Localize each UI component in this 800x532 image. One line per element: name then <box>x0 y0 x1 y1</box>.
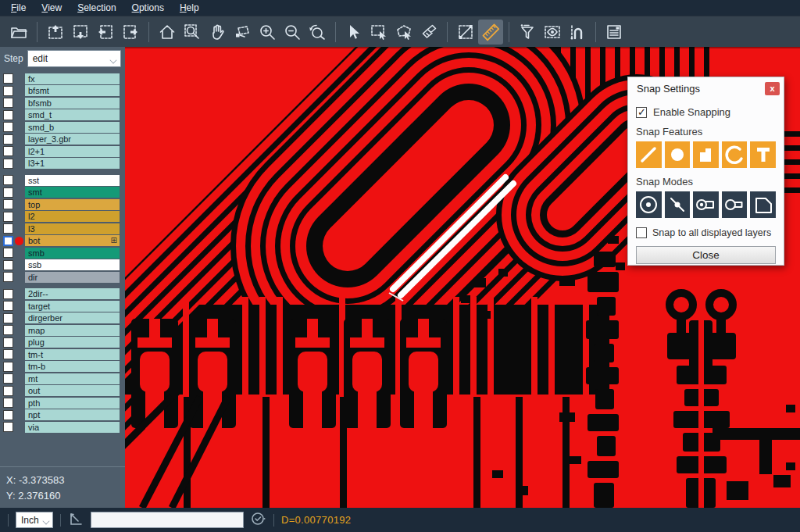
zoom-window-icon[interactable] <box>180 20 205 45</box>
layer-row[interactable]: l2 <box>0 211 125 223</box>
layer-row[interactable]: pth <box>0 397 125 409</box>
step-select[interactable]: edit <box>27 50 121 67</box>
layer-row[interactable]: mt <box>0 373 125 385</box>
layer-row[interactable]: tm-b <box>0 361 125 373</box>
drag-zoom-icon[interactable] <box>230 20 255 45</box>
layer-name-label[interactable]: l3 <box>25 223 120 234</box>
snap-mode-corner-icon[interactable] <box>750 191 776 218</box>
layer-name-label[interactable]: smd_t <box>25 109 120 120</box>
layer-row[interactable]: l2+1 <box>0 145 125 158</box>
layer-row[interactable]: via <box>0 421 125 434</box>
layer-visibility-checkbox[interactable] <box>3 146 13 156</box>
layer-row[interactable]: smt <box>0 187 125 199</box>
layer-name-label[interactable]: l2 <box>25 211 120 222</box>
layer-name-label[interactable]: bfsmt <box>25 85 120 96</box>
layer-visibility-checkbox[interactable] <box>3 349 13 359</box>
layer-row[interactable]: target <box>0 300 125 312</box>
snap-mode-pad-origin-icon[interactable] <box>693 191 719 218</box>
snap-feature-arc-icon[interactable] <box>722 141 748 168</box>
ruler-icon[interactable] <box>478 20 503 45</box>
pan-right-icon[interactable] <box>118 20 143 45</box>
layer-name-label[interactable]: smb <box>25 248 120 259</box>
layer-visibility-checkbox[interactable] <box>3 410 13 420</box>
pan-up-icon[interactable] <box>43 20 68 45</box>
layer-row[interactable]: l3 <box>0 223 125 235</box>
menu-file[interactable]: File <box>3 1 34 15</box>
layer-name-label[interactable]: dir <box>25 272 120 283</box>
layer-visibility-checkbox[interactable] <box>3 199 13 209</box>
layer-visibility-checkbox[interactable] <box>3 86 13 96</box>
layer-row[interactable]: dir <box>0 271 125 284</box>
clean-icon[interactable] <box>416 20 441 45</box>
zoom-previous-icon[interactable] <box>305 20 330 45</box>
layer-visibility-checkbox[interactable] <box>3 98 13 108</box>
layer-visibility-checkbox[interactable] <box>3 313 13 323</box>
layer-name-label[interactable]: layer_3.gbr <box>25 134 120 145</box>
close-button[interactable]: Close <box>636 246 776 264</box>
layer-name-label[interactable]: tm-t <box>25 349 120 360</box>
menu-help[interactable]: Help <box>172 1 207 15</box>
layer-visibility-checkbox[interactable] <box>3 212 13 222</box>
menu-view[interactable]: View <box>34 1 70 15</box>
layer-row[interactable]: layer_3.gbr <box>0 134 125 146</box>
layer-name-label[interactable]: l2+1 <box>25 146 120 157</box>
layer-visibility-checkbox[interactable] <box>3 272 13 282</box>
view-options-icon[interactable] <box>540 20 565 45</box>
enable-snapping-checkbox[interactable] <box>636 107 647 118</box>
filter-icon[interactable] <box>515 20 540 45</box>
measure-line-icon[interactable] <box>453 20 478 45</box>
layer-name-label[interactable]: map <box>25 325 120 336</box>
unit-select[interactable]: Inch <box>16 512 53 528</box>
snap-mode-pad-outline-icon[interactable] <box>722 191 748 218</box>
layer-visibility-checkbox[interactable] <box>3 260 13 270</box>
pan-down-icon[interactable] <box>68 20 93 45</box>
rect-select-icon[interactable] <box>366 20 391 45</box>
layer-name-label[interactable]: tm-b <box>25 361 120 372</box>
layer-visibility-checkbox[interactable] <box>3 337 13 348</box>
layer-row[interactable]: top <box>0 198 125 211</box>
layer-visibility-checkbox[interactable] <box>3 236 13 246</box>
pan-left-icon[interactable] <box>93 20 118 45</box>
layer-visibility-checkbox[interactable] <box>3 175 13 185</box>
layer-row[interactable]: bfsmb <box>0 97 125 109</box>
snap-feature-text-icon[interactable] <box>750 141 776 168</box>
layer-visibility-checkbox[interactable] <box>3 122 13 132</box>
layer-visibility-checkbox[interactable] <box>3 422 13 432</box>
layer-name-label[interactable]: fx <box>25 73 120 84</box>
layer-row[interactable]: 2dir-- <box>0 288 125 301</box>
layer-visibility-checkbox[interactable] <box>3 362 13 372</box>
layer-row[interactable]: bot⊞ <box>0 235 125 248</box>
open-icon[interactable] <box>6 20 31 45</box>
layer-name-label[interactable]: top <box>25 199 120 210</box>
layer-visibility-checkbox[interactable] <box>3 325 13 335</box>
layer-name-label[interactable]: npt <box>25 409 120 420</box>
layer-name-label[interactable]: ssb <box>25 259 120 270</box>
snap-feature-line-icon[interactable] <box>636 141 662 168</box>
layer-row[interactable]: map <box>0 324 125 337</box>
layer-visibility-checkbox[interactable] <box>3 73 13 84</box>
zoom-in-icon[interactable] <box>255 20 280 45</box>
layer-name-label[interactable]: bfsmb <box>25 98 120 109</box>
layer-visibility-checkbox[interactable] <box>3 187 13 198</box>
layer-row[interactable]: sst <box>0 174 125 187</box>
layer-name-label[interactable]: target <box>25 301 120 312</box>
layer-visibility-checkbox[interactable] <box>3 373 13 384</box>
grid-icon[interactable]: ⊞ <box>111 237 117 245</box>
layer-visibility-checkbox[interactable] <box>3 386 13 396</box>
measure-input[interactable] <box>91 512 244 528</box>
layer-row[interactable]: plug <box>0 337 125 349</box>
snap-all-layers-checkbox[interactable] <box>636 227 647 238</box>
snap-feature-pad-icon[interactable] <box>665 141 691 168</box>
layer-name-label[interactable]: plug <box>25 337 120 348</box>
snap-mode-center-icon[interactable] <box>636 191 662 218</box>
home-icon[interactable] <box>155 20 180 45</box>
angle-icon[interactable] <box>68 511 84 530</box>
layer-name-label[interactable]: bot⊞ <box>25 235 120 246</box>
layer-visibility-checkbox[interactable] <box>3 223 13 234</box>
layer-row[interactable]: smb <box>0 247 125 259</box>
menu-selection[interactable]: Selection <box>70 1 123 15</box>
pan-hand-icon[interactable] <box>205 20 230 45</box>
layer-name-label[interactable]: via <box>25 422 120 433</box>
layer-row[interactable]: bfsmt <box>0 85 125 98</box>
snap-feature-surface-icon[interactable] <box>693 141 719 168</box>
